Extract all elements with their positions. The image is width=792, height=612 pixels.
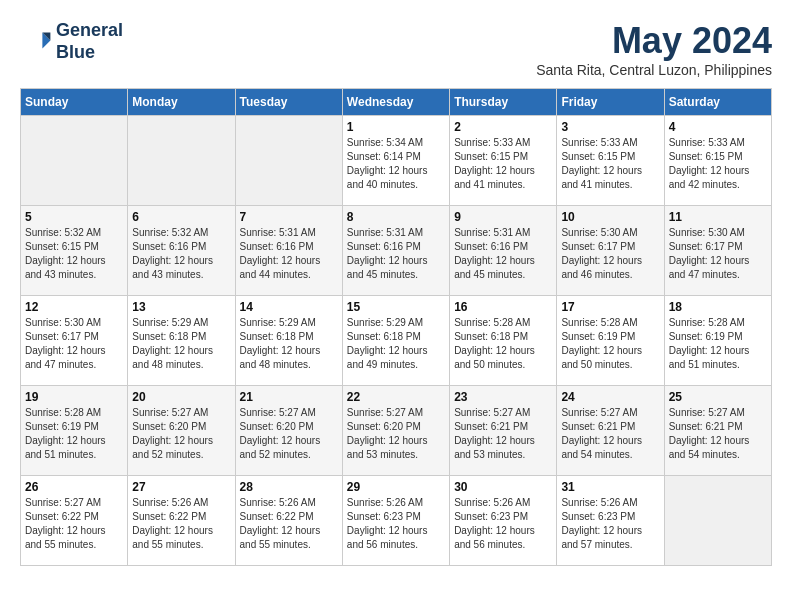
- day-number: 20: [132, 390, 230, 404]
- day-number: 25: [669, 390, 767, 404]
- day-info: Sunrise: 5:27 AMSunset: 6:21 PMDaylight:…: [669, 406, 767, 462]
- day-number: 5: [25, 210, 123, 224]
- day-info: Sunrise: 5:28 AMSunset: 6:19 PMDaylight:…: [25, 406, 123, 462]
- col-header-sunday: Sunday: [21, 89, 128, 116]
- day-number: 16: [454, 300, 552, 314]
- calendar-cell: 28 Sunrise: 5:26 AMSunset: 6:22 PMDaylig…: [235, 476, 342, 566]
- day-number: 19: [25, 390, 123, 404]
- day-number: 2: [454, 120, 552, 134]
- day-number: 15: [347, 300, 445, 314]
- calendar-table: SundayMondayTuesdayWednesdayThursdayFrid…: [20, 88, 772, 566]
- week-row-4: 19 Sunrise: 5:28 AMSunset: 6:19 PMDaylig…: [21, 386, 772, 476]
- calendar-cell: 6 Sunrise: 5:32 AMSunset: 6:16 PMDayligh…: [128, 206, 235, 296]
- day-info: Sunrise: 5:34 AMSunset: 6:14 PMDaylight:…: [347, 136, 445, 192]
- day-info: Sunrise: 5:26 AMSunset: 6:23 PMDaylight:…: [347, 496, 445, 552]
- day-number: 24: [561, 390, 659, 404]
- calendar-cell: [664, 476, 771, 566]
- day-info: Sunrise: 5:26 AMSunset: 6:23 PMDaylight:…: [561, 496, 659, 552]
- day-info: Sunrise: 5:27 AMSunset: 6:21 PMDaylight:…: [454, 406, 552, 462]
- calendar-cell: 9 Sunrise: 5:31 AMSunset: 6:16 PMDayligh…: [450, 206, 557, 296]
- day-info: Sunrise: 5:29 AMSunset: 6:18 PMDaylight:…: [347, 316, 445, 372]
- col-header-tuesday: Tuesday: [235, 89, 342, 116]
- day-number: 11: [669, 210, 767, 224]
- day-number: 26: [25, 480, 123, 494]
- day-info: Sunrise: 5:28 AMSunset: 6:18 PMDaylight:…: [454, 316, 552, 372]
- day-info: Sunrise: 5:31 AMSunset: 6:16 PMDaylight:…: [347, 226, 445, 282]
- day-info: Sunrise: 5:32 AMSunset: 6:16 PMDaylight:…: [132, 226, 230, 282]
- logo: General Blue: [20, 20, 123, 63]
- day-number: 23: [454, 390, 552, 404]
- calendar-cell: 2 Sunrise: 5:33 AMSunset: 6:15 PMDayligh…: [450, 116, 557, 206]
- col-header-saturday: Saturday: [664, 89, 771, 116]
- day-info: Sunrise: 5:31 AMSunset: 6:16 PMDaylight:…: [240, 226, 338, 282]
- day-info: Sunrise: 5:27 AMSunset: 6:21 PMDaylight:…: [561, 406, 659, 462]
- calendar-cell: 27 Sunrise: 5:26 AMSunset: 6:22 PMDaylig…: [128, 476, 235, 566]
- day-number: 12: [25, 300, 123, 314]
- day-number: 18: [669, 300, 767, 314]
- calendar-cell: 18 Sunrise: 5:28 AMSunset: 6:19 PMDaylig…: [664, 296, 771, 386]
- calendar-cell: 26 Sunrise: 5:27 AMSunset: 6:22 PMDaylig…: [21, 476, 128, 566]
- calendar-cell: [21, 116, 128, 206]
- day-info: Sunrise: 5:29 AMSunset: 6:18 PMDaylight:…: [132, 316, 230, 372]
- day-info: Sunrise: 5:32 AMSunset: 6:15 PMDaylight:…: [25, 226, 123, 282]
- calendar-cell: 22 Sunrise: 5:27 AMSunset: 6:20 PMDaylig…: [342, 386, 449, 476]
- day-number: 21: [240, 390, 338, 404]
- calendar-cell: 7 Sunrise: 5:31 AMSunset: 6:16 PMDayligh…: [235, 206, 342, 296]
- day-number: 1: [347, 120, 445, 134]
- day-info: Sunrise: 5:26 AMSunset: 6:22 PMDaylight:…: [132, 496, 230, 552]
- calendar-cell: 30 Sunrise: 5:26 AMSunset: 6:23 PMDaylig…: [450, 476, 557, 566]
- day-info: Sunrise: 5:33 AMSunset: 6:15 PMDaylight:…: [669, 136, 767, 192]
- calendar-cell: 19 Sunrise: 5:28 AMSunset: 6:19 PMDaylig…: [21, 386, 128, 476]
- day-number: 10: [561, 210, 659, 224]
- day-number: 28: [240, 480, 338, 494]
- day-number: 4: [669, 120, 767, 134]
- calendar-cell: [128, 116, 235, 206]
- calendar-cell: 17 Sunrise: 5:28 AMSunset: 6:19 PMDaylig…: [557, 296, 664, 386]
- calendar-cell: 31 Sunrise: 5:26 AMSunset: 6:23 PMDaylig…: [557, 476, 664, 566]
- calendar-cell: 23 Sunrise: 5:27 AMSunset: 6:21 PMDaylig…: [450, 386, 557, 476]
- calendar-cell: 12 Sunrise: 5:30 AMSunset: 6:17 PMDaylig…: [21, 296, 128, 386]
- day-info: Sunrise: 5:26 AMSunset: 6:23 PMDaylight:…: [454, 496, 552, 552]
- day-number: 22: [347, 390, 445, 404]
- week-row-3: 12 Sunrise: 5:30 AMSunset: 6:17 PMDaylig…: [21, 296, 772, 386]
- calendar-cell: 15 Sunrise: 5:29 AMSunset: 6:18 PMDaylig…: [342, 296, 449, 386]
- day-info: Sunrise: 5:30 AMSunset: 6:17 PMDaylight:…: [561, 226, 659, 282]
- day-info: Sunrise: 5:26 AMSunset: 6:22 PMDaylight:…: [240, 496, 338, 552]
- day-number: 17: [561, 300, 659, 314]
- calendar-cell: 21 Sunrise: 5:27 AMSunset: 6:20 PMDaylig…: [235, 386, 342, 476]
- day-info: Sunrise: 5:30 AMSunset: 6:17 PMDaylight:…: [25, 316, 123, 372]
- calendar-cell: 8 Sunrise: 5:31 AMSunset: 6:16 PMDayligh…: [342, 206, 449, 296]
- calendar-cell: 20 Sunrise: 5:27 AMSunset: 6:20 PMDaylig…: [128, 386, 235, 476]
- col-header-wednesday: Wednesday: [342, 89, 449, 116]
- col-header-friday: Friday: [557, 89, 664, 116]
- title-block: May 2024 Santa Rita, Central Luzon, Phil…: [536, 20, 772, 78]
- logo-text: General Blue: [56, 20, 123, 63]
- calendar-cell: [235, 116, 342, 206]
- col-header-thursday: Thursday: [450, 89, 557, 116]
- calendar-cell: 3 Sunrise: 5:33 AMSunset: 6:15 PMDayligh…: [557, 116, 664, 206]
- day-number: 8: [347, 210, 445, 224]
- calendar-cell: 29 Sunrise: 5:26 AMSunset: 6:23 PMDaylig…: [342, 476, 449, 566]
- week-row-2: 5 Sunrise: 5:32 AMSunset: 6:15 PMDayligh…: [21, 206, 772, 296]
- calendar-cell: 13 Sunrise: 5:29 AMSunset: 6:18 PMDaylig…: [128, 296, 235, 386]
- week-row-1: 1 Sunrise: 5:34 AMSunset: 6:14 PMDayligh…: [21, 116, 772, 206]
- page-header: General Blue May 2024 Santa Rita, Centra…: [20, 20, 772, 78]
- calendar-cell: 4 Sunrise: 5:33 AMSunset: 6:15 PMDayligh…: [664, 116, 771, 206]
- day-info: Sunrise: 5:33 AMSunset: 6:15 PMDaylight:…: [454, 136, 552, 192]
- day-info: Sunrise: 5:27 AMSunset: 6:20 PMDaylight:…: [240, 406, 338, 462]
- day-number: 27: [132, 480, 230, 494]
- day-number: 31: [561, 480, 659, 494]
- day-info: Sunrise: 5:30 AMSunset: 6:17 PMDaylight:…: [669, 226, 767, 282]
- calendar-cell: 5 Sunrise: 5:32 AMSunset: 6:15 PMDayligh…: [21, 206, 128, 296]
- day-info: Sunrise: 5:27 AMSunset: 6:20 PMDaylight:…: [132, 406, 230, 462]
- day-number: 9: [454, 210, 552, 224]
- day-number: 3: [561, 120, 659, 134]
- day-info: Sunrise: 5:27 AMSunset: 6:22 PMDaylight:…: [25, 496, 123, 552]
- day-number: 6: [132, 210, 230, 224]
- day-number: 29: [347, 480, 445, 494]
- day-number: 7: [240, 210, 338, 224]
- day-info: Sunrise: 5:29 AMSunset: 6:18 PMDaylight:…: [240, 316, 338, 372]
- calendar-cell: 24 Sunrise: 5:27 AMSunset: 6:21 PMDaylig…: [557, 386, 664, 476]
- calendar-cell: 10 Sunrise: 5:30 AMSunset: 6:17 PMDaylig…: [557, 206, 664, 296]
- day-info: Sunrise: 5:33 AMSunset: 6:15 PMDaylight:…: [561, 136, 659, 192]
